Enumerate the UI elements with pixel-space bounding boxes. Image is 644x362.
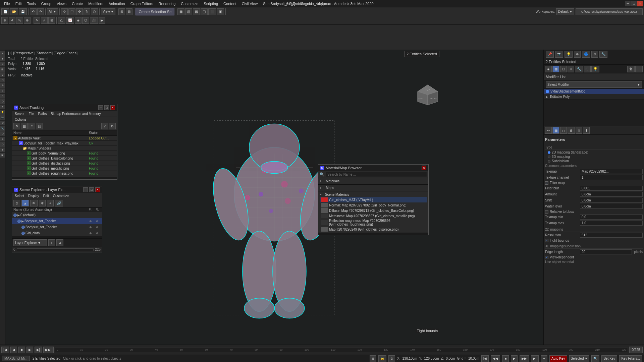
- auto-key-btn[interactable]: Auto Key: [549, 355, 567, 362]
- menu-views[interactable]: Views: [54, 1, 69, 6]
- left-icon14[interactable]: ⚙: [0, 121, 5, 125]
- plus-frame-btn[interactable]: +: [541, 355, 547, 362]
- at-refresh-btn[interactable]: ↻: [13, 123, 20, 129]
- tb8[interactable]: ▧: [185, 8, 192, 15]
- spacewarp-icon[interactable]: 🌀: [582, 51, 590, 58]
- menu-civil-view[interactable]: Civil View: [239, 1, 260, 6]
- at-maximize-btn[interactable]: □: [104, 105, 109, 110]
- left-icon7[interactable]: ⊕: [0, 83, 5, 88]
- mat-editor[interactable]: ⬡: [82, 17, 89, 24]
- modifier-vray-displacement[interactable]: VRayDisplacementMod: [544, 89, 644, 94]
- at-menu-bitmap[interactable]: Bitmap Performance and Memory: [49, 112, 102, 116]
- menu-modifiers[interactable]: Modifiers: [86, 1, 106, 6]
- scale-button[interactable]: ⬡: [91, 8, 98, 15]
- left-icon13[interactable]: 📷: [0, 115, 5, 120]
- tb11[interactable]: ⬛: [208, 8, 216, 15]
- left-icon4[interactable]: ▦: [0, 67, 5, 72]
- left-icon19[interactable]: ◈: [0, 147, 5, 152]
- at-row-folder[interactable]: 📁 Maps / Shaders: [12, 146, 117, 151]
- rp-icon6[interactable]: ⬡: [584, 66, 591, 72]
- mb-maps-header[interactable]: + + Maps: [320, 185, 427, 190]
- at-menu-paths[interactable]: Paths: [37, 112, 48, 116]
- time-controls-3[interactable]: ■: [502, 355, 509, 362]
- amount-value[interactable]: 0,8cm: [580, 192, 643, 197]
- at-menu-options[interactable]: Options: [13, 117, 28, 122]
- time-controls-6[interactable]: ▶|: [531, 355, 539, 362]
- move-button[interactable]: ✛: [76, 8, 83, 15]
- time-controls-5[interactable]: ▶▶: [520, 355, 529, 362]
- at-table-btn[interactable]: ▤: [36, 123, 43, 129]
- filter-blur-value[interactable]: 0,001: [580, 186, 643, 191]
- edge-length-value[interactable]: 20: [580, 249, 632, 254]
- view-dropdown[interactable]: View▼: [101, 8, 115, 15]
- se-filter-btn[interactable]: ⊙: [13, 200, 20, 206]
- camera-icon[interactable]: 📷: [555, 51, 563, 58]
- se-layer-dropdown[interactable]: Layer Explorer ▼: [13, 239, 47, 246]
- path-display[interactable]: C:\Users\Iukya\Documents\3ds Max 2022: [576, 8, 643, 15]
- time-controls-1[interactable]: |◀: [481, 355, 489, 362]
- display-icon[interactable]: ⊙: [591, 51, 598, 58]
- maximize-button[interactable]: □: [631, 1, 637, 6]
- render-frame[interactable]: ▶: [99, 17, 105, 24]
- mb-search-input[interactable]: [326, 172, 427, 177]
- timeline-next-frame[interactable]: ▶|: [35, 347, 42, 353]
- mb-mat-row-0[interactable]: Girl_clothes_MAT ( VRayMtl ): [320, 197, 427, 202]
- at-help-btn[interactable]: ?: [101, 123, 108, 129]
- left-icon2[interactable]: ◈: [0, 56, 5, 61]
- water-level-value[interactable]: 0,0cm: [580, 204, 643, 209]
- select-filter-dropdown[interactable]: All▼: [47, 8, 58, 15]
- rp-icon3[interactable]: ◻: [560, 66, 567, 72]
- se-hide-btn[interactable]: 👁: [30, 200, 38, 206]
- mb-mat-row-1[interactable]: Normal: Map #2070297802 (Girl_body_Norma…: [320, 202, 427, 208]
- at-grid-btn[interactable]: ▦: [21, 123, 28, 129]
- mb-mat-row-4[interactable]: Reflection roughness: Map #2070298696 (G…: [320, 219, 427, 227]
- selected-dropdown[interactable]: Selected ▼: [569, 355, 590, 362]
- at-menu-server[interactable]: Server: [13, 112, 26, 116]
- schematic-view[interactable]: ◈: [75, 17, 82, 24]
- texmap-max-value[interactable]: 1,0: [580, 221, 643, 226]
- mirror-btn2[interactable]: ⤢: [41, 17, 48, 24]
- at-row-roughness[interactable]: I Girl_clothes_roughness.png Found: [12, 171, 117, 176]
- rp-icon2[interactable]: ▦: [552, 66, 559, 72]
- timeline-prev-frame[interactable]: |◀: [1, 347, 9, 353]
- tb10[interactable]: ◫: [201, 8, 208, 15]
- type-2d-mapping[interactable]: 2D mapping (landscape): [548, 150, 643, 154]
- timeline-stop[interactable]: ■: [18, 347, 25, 353]
- frame-number-input[interactable]: 0/225: [629, 347, 643, 353]
- left-icon1[interactable]: +: [0, 51, 5, 56]
- menu-group[interactable]: Group: [38, 1, 54, 6]
- menu-scripting[interactable]: Scripting: [201, 1, 221, 6]
- shift-value[interactable]: 0,0cm: [580, 198, 643, 203]
- tb9[interactable]: ▩: [193, 8, 200, 15]
- left-icon11[interactable]: ✦: [0, 105, 5, 109]
- se-row-cloth[interactable]: Girl_cloth ⊕ ⊕: [12, 230, 102, 236]
- se-menu-select[interactable]: Select: [13, 194, 25, 198]
- left-icon15[interactable]: 🔧: [0, 126, 5, 131]
- time-controls-2[interactable]: ◀◀: [491, 355, 500, 362]
- menu-tools[interactable]: Tools: [24, 1, 39, 6]
- snap-toggle[interactable]: ⊕: [1, 17, 8, 24]
- texmap-min-value[interactable]: 0,0: [580, 215, 643, 220]
- open-button[interactable]: 📂: [10, 8, 18, 15]
- percent-snap[interactable]: %: [16, 17, 23, 24]
- filter-map-checkbox[interactable]: [545, 181, 548, 185]
- mb-mat-row-3[interactable]: Metalness: Map #2070298697 (Girl_clothes…: [320, 213, 427, 219]
- helper-icon[interactable]: ⊕: [574, 51, 581, 58]
- texmap-value[interactable]: Map #20702982...: [580, 169, 643, 174]
- se-freeze-btn[interactable]: ❄: [39, 200, 46, 206]
- at-row-basecolor[interactable]: I Girl_clothes_BaseColor.png Found: [12, 156, 117, 161]
- left-icon5[interactable]: ●: [0, 72, 5, 77]
- left-icon9[interactable]: △: [0, 94, 5, 99]
- select-region-button[interactable]: ⬚: [68, 8, 75, 15]
- at-row-normal[interactable]: I Girl_body_Normal.png Found: [12, 151, 117, 156]
- mb-mat-row-5[interactable]: Map #2070298249 (Girl_clothes_displace.p…: [320, 227, 427, 232]
- timeline-last-frame[interactable]: ▶▶|: [43, 347, 54, 353]
- rp-icon4[interactable]: ⊕: [568, 66, 574, 72]
- tb12[interactable]: ▣: [217, 8, 224, 15]
- at-row-vault[interactable]: V Autodesk Vault Logged Out ..: [12, 136, 117, 141]
- rp-icon7[interactable]: 💡: [591, 66, 599, 72]
- set-key-btn[interactable]: Set Key: [601, 355, 617, 362]
- maxscript-mini[interactable]: MAXScript Mi...: [2, 356, 30, 361]
- mod-op4[interactable]: 🗑: [568, 127, 575, 134]
- left-icon17[interactable]: ⊛: [0, 137, 5, 141]
